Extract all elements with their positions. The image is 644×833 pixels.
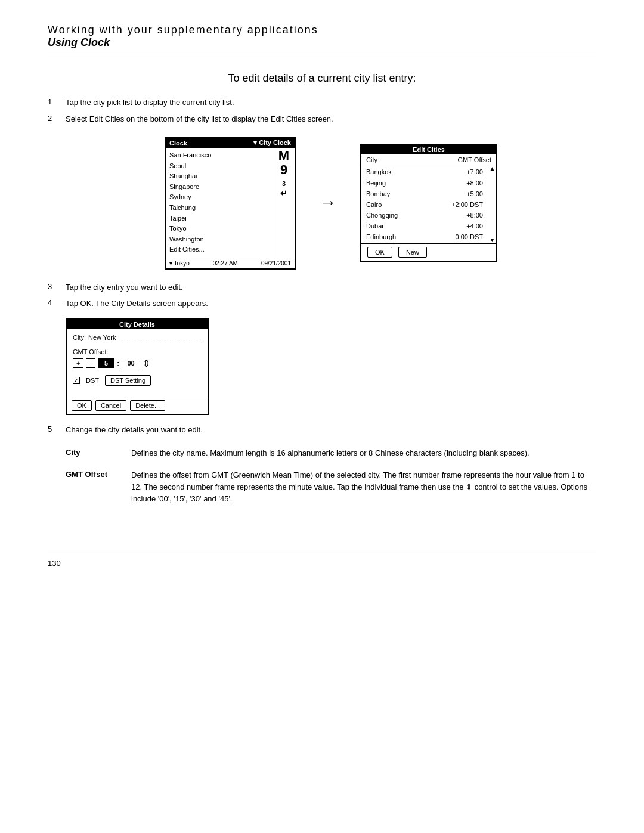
ec-row-dubai[interactable]: Dubai +4:00: [366, 221, 483, 231]
list-item[interactable]: Singapore: [169, 182, 269, 193]
step-text-3: Tap the city entry you want to edit.: [66, 281, 183, 293]
step-text-4: Tap OK. The City Details screen appears.: [66, 298, 208, 309]
step-num-4: 4: [48, 298, 66, 307]
step-text-2: Select Edit Cities on the bottom of the …: [66, 113, 333, 125]
ec-header-row: City GMT Offset: [361, 154, 496, 165]
scroll-up-icon[interactable]: ▲: [490, 165, 496, 172]
list-item[interactable]: Washington: [169, 234, 269, 245]
ec-city-offset: +8:00: [466, 210, 483, 221]
clock-big-9: 9: [280, 163, 287, 176]
ec-row-edinburgh[interactable]: Edinburgh 0:00 DST: [366, 231, 483, 242]
list-item[interactable]: Taichung: [169, 203, 269, 213]
clock-footer-time: 02:27 AM: [213, 260, 238, 267]
desc-row-gmt: GMT Offset Defines the offset from GMT (…: [66, 469, 596, 506]
clock-big-m: M: [278, 149, 289, 162]
clock-side-display: M 9 3 ↵: [273, 148, 295, 258]
list-item[interactable]: Seoul: [169, 161, 269, 172]
description-table: City Defines the city name. Maximum leng…: [66, 447, 596, 505]
clock-city-list: San Francisco Seoul Shanghai Singapore S…: [166, 148, 273, 258]
clock-screen: Clock ▾ City Clock San Francisco Seoul S…: [165, 137, 296, 270]
cd-gmt-controls: + - 5 : 00 ⇕: [73, 358, 202, 369]
clock-side-num: 3: [282, 180, 286, 187]
cd-spinner-icon[interactable]: ⇕: [143, 358, 150, 369]
edit-cities-item[interactable]: Edit Cities...: [169, 244, 269, 255]
desc-def-city: Defines the city name. Maximum length is…: [131, 447, 596, 459]
cd-dst-setting-button[interactable]: DST Setting: [105, 375, 151, 386]
scroll-down-icon[interactable]: ▼: [490, 237, 496, 243]
section-title: To edit details of a current city list e…: [48, 72, 596, 85]
list-item[interactable]: Tokyo: [169, 224, 269, 234]
page-footer-divider: 130: [48, 553, 596, 568]
ec-scrollbar: ▲ ▼: [488, 165, 496, 243]
inline-spinner-icon: ⇕: [466, 481, 472, 493]
ec-city-name: Edinburgh: [366, 231, 396, 242]
list-item[interactable]: Taipei: [169, 213, 269, 224]
step-text-1: Tap the city pick list to display the cu…: [66, 97, 234, 109]
ec-city-name: Bombay: [366, 188, 390, 199]
step-5-container: 5 Change the city details you want to ed…: [48, 424, 596, 436]
cd-dst-checkbox[interactable]: ✓: [73, 377, 80, 384]
ec-city-offset: +4:00: [466, 221, 483, 231]
ec-city-name: Bangkok: [366, 166, 392, 177]
ec-new-button[interactable]: New: [398, 247, 427, 258]
ec-city-offset: +2:00 DST: [451, 199, 483, 210]
clock-footer: ▾ Tokyo 02:27 AM 09/21/2001: [166, 258, 295, 268]
ec-row-beijing[interactable]: Beijing +8:00: [366, 178, 483, 188]
cd-city-value[interactable]: New York: [88, 334, 202, 342]
cd-hour-value[interactable]: 5: [98, 358, 114, 368]
cd-delete-button[interactable]: Delete...: [130, 400, 165, 411]
clock-footer-city[interactable]: ▾ Tokyo: [169, 260, 190, 267]
cd-minus-button[interactable]: -: [86, 358, 95, 368]
desc-def-gmt: Defines the offset from GMT (Greenwich M…: [131, 469, 596, 506]
list-item[interactable]: Sydney: [169, 192, 269, 203]
ec-city-name: Chongqing: [366, 210, 398, 221]
list-item[interactable]: Shanghai: [169, 171, 269, 182]
cd-gmt-label: GMT Offset:: [73, 348, 202, 355]
header-main-title: Working with your supplementary applicat…: [48, 24, 596, 36]
step-5: 5 Change the city details you want to ed…: [48, 424, 596, 436]
step-1: 1 Tap the city pick list to display the …: [48, 97, 596, 109]
ec-body: Bangkok +7:00 Beijing +8:00 Bombay +5:00…: [361, 165, 496, 243]
city-details-screen: City Details City: New York GMT Offset: …: [66, 318, 209, 415]
ec-city-offset: +8:00: [466, 178, 483, 188]
cd-minute-value[interactable]: 00: [122, 358, 140, 368]
cd-footer: OK Cancel Delete...: [67, 397, 208, 414]
cd-city-field-row: City: New York: [73, 334, 202, 342]
ec-row-bangkok[interactable]: Bangkok +7:00: [366, 166, 483, 177]
ec-city-offset: +7:00: [466, 166, 483, 177]
cd-body: City: New York GMT Offset: + - 5 : 00 ⇕ …: [67, 329, 208, 397]
cd-plus-button[interactable]: +: [73, 358, 83, 368]
step-3: 3 Tap the city entry you want to edit.: [48, 281, 596, 293]
ec-row-chongqing[interactable]: Chongqing +8:00: [366, 210, 483, 221]
desc-row-city: City Defines the city name. Maximum leng…: [66, 447, 596, 459]
cd-dst-label: DST: [86, 377, 99, 384]
cd-colon: :: [117, 359, 119, 368]
edit-cities-screen: Edit Cities City GMT Offset Bangkok +7:0…: [360, 144, 497, 262]
cd-cancel-button[interactable]: Cancel: [95, 400, 126, 411]
header-sub-title: Using Clock: [48, 36, 596, 49]
screenshots-row: Clock ▾ City Clock San Francisco Seoul S…: [66, 137, 596, 270]
ec-row-bombay[interactable]: Bombay +5:00: [366, 188, 483, 199]
step-2: 2 Select Edit Cities on the bottom of th…: [48, 113, 596, 125]
step-4: 4 Tap OK. The City Details screen appear…: [48, 298, 596, 309]
desc-term-city: City: [66, 447, 131, 457]
cd-ok-button[interactable]: OK: [72, 400, 92, 411]
ec-city-name: Dubai: [366, 221, 383, 231]
list-item[interactable]: San Francisco: [169, 150, 269, 161]
ec-city-name: Beijing: [366, 178, 386, 188]
header-section: Working with your supplementary applicat…: [48, 24, 596, 54]
cd-title-bar: City Details: [67, 320, 208, 329]
ec-city-offset: +5:00: [466, 188, 483, 199]
clock-title-right: ▾ City Clock: [253, 139, 291, 147]
step-num-5: 5: [48, 424, 66, 433]
ec-col-gmt: GMT Offset: [458, 156, 491, 163]
desc-term-gmt: GMT Offset: [66, 469, 131, 479]
ec-city-list: Bangkok +7:00 Beijing +8:00 Bombay +5:00…: [361, 165, 488, 243]
ec-col-city: City: [366, 156, 377, 163]
clock-footer-date: 09/21/2001: [261, 260, 291, 267]
step-num-1: 1: [48, 97, 66, 106]
ec-ok-button[interactable]: OK: [367, 247, 392, 258]
ec-row-cairo[interactable]: Cairo +2:00 DST: [366, 199, 483, 210]
cd-city-label: City:: [73, 334, 86, 341]
ec-footer: OK New: [361, 243, 496, 261]
